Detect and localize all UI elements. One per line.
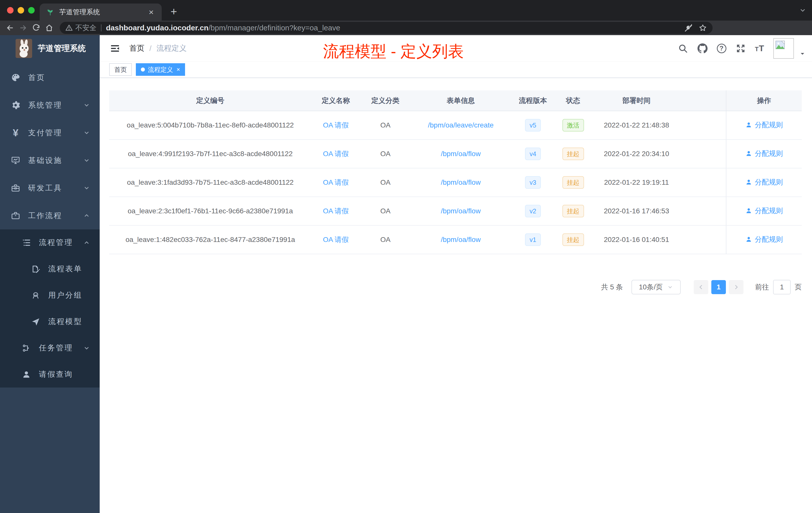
tag-process-definition[interactable]: 流程定义 × — [136, 63, 185, 76]
tag-home[interactable]: 首页 — [109, 63, 132, 76]
cell-deploy-time: 2022-01-22 20:34:10 — [591, 140, 682, 168]
close-window-button[interactable] — [7, 7, 13, 13]
goto-page-input[interactable] — [773, 280, 791, 294]
sidebar-item-system[interactable]: 系统管理 — [0, 91, 100, 119]
definition-name-link[interactable]: OA 请假 — [323, 207, 349, 215]
sidebar-item-home[interactable]: 首页 — [0, 64, 100, 91]
sidebar-item-user-group[interactable]: 用户分组 — [0, 282, 100, 308]
help-icon[interactable]: ? — [717, 44, 726, 53]
sidebar-collapse-icon[interactable] — [110, 43, 120, 54]
chevron-down-icon — [83, 344, 90, 352]
briefcase-icon — [10, 211, 21, 221]
sidebar-item-payment[interactable]: ¥ 支付管理 — [0, 119, 100, 147]
sidebar-item-process-form[interactable]: 流程表单 — [0, 256, 100, 282]
window-controls[interactable] — [7, 7, 35, 13]
sidebar-item-leave-query[interactable]: 请假查询 — [0, 361, 100, 388]
sidebar-item-label: 首页 — [28, 72, 45, 83]
assign-rule-link[interactable]: 分配规则 — [745, 235, 783, 244]
status-badge: 挂起 — [562, 233, 584, 246]
maximize-window-button[interactable] — [28, 7, 35, 13]
monitor-icon — [10, 155, 21, 165]
font-size-icon[interactable]: TT — [755, 43, 764, 53]
url-domain[interactable]: dashboard.yudao.iocoder.cn — [106, 24, 208, 32]
sidebar-item-label: 系统管理 — [28, 100, 62, 111]
form-link[interactable]: /bpm/oa/flow — [441, 236, 481, 243]
definition-name-link[interactable]: OA 请假 — [323, 150, 349, 158]
sidebar-item-label: 用户分组 — [48, 290, 82, 300]
sidebar-item-label: 流程表单 — [48, 264, 82, 274]
assign-rule-link[interactable]: 分配规则 — [745, 177, 783, 187]
cell-deploy-time: 2022-01-16 01:40:51 — [591, 225, 682, 254]
browser-toolbar: 不安全 dashboard.yudao.iocoder.cn/bpm/manag… — [0, 21, 812, 35]
avatar-caret-icon[interactable] — [800, 51, 806, 58]
github-icon[interactable] — [697, 43, 708, 54]
workflow-submenu: 流程管理 流程表单 用户分组 — [0, 230, 100, 388]
cell-category: OA — [360, 168, 410, 197]
assign-rule-link[interactable]: 分配规则 — [745, 206, 783, 216]
assign-rule-link[interactable]: 分配规则 — [745, 120, 783, 130]
tag-close-icon[interactable]: × — [176, 66, 180, 73]
next-page-button[interactable] — [729, 280, 744, 294]
person-icon — [21, 369, 31, 380]
security-label[interactable]: 不安全 — [75, 23, 96, 33]
tab-search-chevron-icon[interactable] — [799, 6, 807, 15]
fullscreen-icon[interactable] — [735, 43, 746, 54]
reload-button[interactable] — [30, 21, 43, 34]
definition-name-link[interactable]: OA 请假 — [323, 121, 349, 129]
home-button[interactable] — [43, 21, 56, 34]
url-path[interactable]: /bpm/manager/definition?key=oa_leave — [208, 24, 340, 32]
prev-page-button[interactable] — [694, 280, 708, 294]
minimize-window-button[interactable] — [18, 7, 24, 13]
tags-view-bar: 首页 流程定义 × — [100, 61, 812, 78]
table-row: oa_leave:1:482ec033-762a-11ec-8477-a2380… — [109, 225, 802, 254]
forward-button[interactable] — [17, 21, 30, 34]
current-page-button[interactable]: 1 — [711, 280, 726, 294]
sidebar-item-dev-tools[interactable]: 研发工具 — [0, 174, 100, 202]
breadcrumb-separator: / — [149, 44, 151, 53]
assign-rule-link[interactable]: 分配规则 — [745, 149, 783, 158]
back-button[interactable] — [3, 21, 17, 34]
sidebar-item-label: 流程管理 — [39, 237, 73, 248]
search-icon[interactable] — [678, 43, 688, 54]
breadcrumb-home[interactable]: 首页 — [129, 43, 144, 54]
password-key-icon[interactable] — [684, 24, 692, 32]
version-badge: v4 — [525, 148, 541, 160]
sidebar-item-infrastructure[interactable]: 基础设施 — [0, 147, 100, 174]
sidebar-item-label: 支付管理 — [28, 128, 62, 138]
screen: 芋道管理系统 × + 不安全 dashboard.yudao.iocoder.c… — [0, 0, 812, 513]
sidebar-item-task-management[interactable]: 任务管理 — [0, 335, 100, 361]
chevron-down-icon — [83, 129, 90, 136]
browser-tab[interactable]: 芋道管理系统 × — [40, 3, 162, 21]
form-link[interactable]: /bpm/oa/leave/create — [428, 121, 494, 129]
user-icon — [745, 207, 752, 214]
new-tab-button[interactable]: + — [168, 6, 180, 17]
pagination-total: 共 5 条 — [601, 282, 623, 292]
seedling-favicon-icon — [46, 8, 54, 16]
form-link[interactable]: /bpm/oa/flow — [441, 178, 481, 186]
sidebar-item-label: 流程模型 — [48, 316, 82, 327]
table-row: oa_leave:2:3c1f0ef1-76b1-11ec-9c66-a2380… — [109, 197, 802, 225]
sidebar-logo-row[interactable]: 芋道管理系统 — [0, 35, 100, 62]
sidebar-item-process-management[interactable]: 流程管理 — [0, 230, 100, 256]
definition-name-link[interactable]: OA 请假 — [323, 178, 349, 186]
sidebar-item-workflow[interactable]: 工作流程 — [0, 202, 100, 230]
definition-name-link[interactable]: OA 请假 — [323, 236, 349, 243]
send-icon — [31, 317, 41, 327]
main-area: 首页 / 流程定义 ? TT — [100, 35, 812, 513]
page-size-select[interactable]: 10条/页 — [632, 280, 681, 294]
cell-category: OA — [360, 111, 410, 140]
url-bar[interactable]: 不安全 dashboard.yudao.iocoder.cn/bpm/manag… — [60, 22, 713, 34]
sidebar-item-process-model[interactable]: 流程模型 — [0, 308, 100, 335]
form-link[interactable]: /bpm/oa/flow — [441, 207, 481, 215]
cell-definition-id: oa_leave:4:991f2193-7b7f-11ec-a3c8-acde4… — [109, 140, 311, 168]
tab-close-icon[interactable]: × — [147, 8, 155, 16]
avatar[interactable] — [773, 38, 794, 59]
tag-label: 首页 — [114, 65, 127, 74]
form-link[interactable]: /bpm/oa/flow — [441, 150, 481, 158]
version-badge: v2 — [525, 205, 541, 217]
app-title: 芋道管理系统 — [38, 43, 86, 54]
user-icon — [745, 121, 752, 128]
column-header-id: 定义编号 — [109, 90, 311, 111]
annotation-title: 流程模型 - 定义列表 — [323, 41, 464, 62]
bookmark-star-icon[interactable] — [698, 24, 707, 32]
